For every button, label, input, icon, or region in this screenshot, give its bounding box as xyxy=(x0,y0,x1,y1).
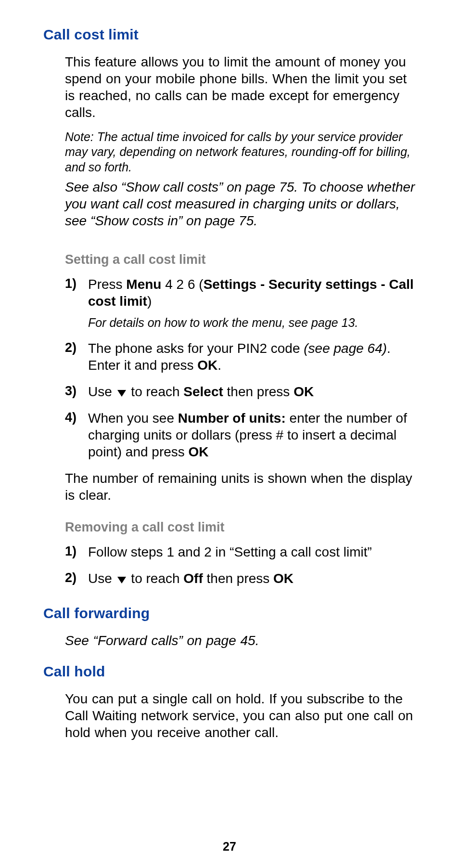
down-arrow-icon xyxy=(117,390,126,397)
down-arrow-icon xyxy=(117,577,126,583)
section-call-forwarding: Call forwarding See “Forward calls” on p… xyxy=(43,605,416,649)
step-text: . xyxy=(217,358,221,373)
bold-word: Menu xyxy=(126,277,161,292)
page-number: 27 xyxy=(0,840,459,854)
steps-list: 1) Follow steps 1 and 2 in “Setting a ca… xyxy=(65,544,416,587)
step-text: ) xyxy=(147,294,152,309)
step-text: Follow steps 1 and 2 in “Setting a call … xyxy=(88,544,372,559)
bold-word: Number of units: xyxy=(178,411,286,426)
step-text: 4 2 6 ( xyxy=(161,277,203,292)
bold-word: OK xyxy=(197,358,217,373)
see-also-paragraph: See also “Show call costs” on page 75. T… xyxy=(65,179,416,229)
step-text: then press xyxy=(203,571,273,586)
step-text: Use xyxy=(88,571,116,586)
section-heading: Call forwarding xyxy=(43,605,416,622)
step-text: Use xyxy=(88,384,116,399)
step-item: 4) When you see Number of units: enter t… xyxy=(65,410,416,460)
section-body: You can put a single call on hold. If yo… xyxy=(65,690,416,741)
subsection-heading: Removing a call cost limit xyxy=(65,520,416,535)
bold-word: Off xyxy=(183,571,203,586)
step-number: 2) xyxy=(65,570,76,586)
step-text: When you see xyxy=(88,411,178,426)
section-call-cost-limit: Call cost limit This feature allows you … xyxy=(43,26,416,587)
see-also-paragraph: See “Forward calls” on page 45. xyxy=(65,632,416,649)
subsection-heading: Setting a call cost limit xyxy=(65,252,416,267)
italic-ref: (see page 64) xyxy=(304,341,387,356)
bold-word: OK xyxy=(273,571,293,586)
step-item: 2) Use to reach Off then press OK xyxy=(65,570,416,587)
step-number: 2) xyxy=(65,340,76,356)
step-text: to reach xyxy=(128,571,184,586)
section-body: See “Forward calls” on page 45. xyxy=(65,632,416,649)
steps-list: 1) Press Menu 4 2 6 (Settings - Security… xyxy=(65,276,416,460)
step-text: to reach xyxy=(128,384,184,399)
step-number: 4) xyxy=(65,410,76,426)
step-item: 1) Press Menu 4 2 6 (Settings - Security… xyxy=(65,276,416,330)
step-text: The phone asks for your PIN2 code xyxy=(88,341,304,356)
step-number: 1) xyxy=(65,544,76,560)
note-paragraph: Note: The actual time invoiced for calls… xyxy=(65,130,416,175)
manual-page: Call cost limit This feature allows you … xyxy=(0,0,459,868)
step-number: 1) xyxy=(65,276,76,292)
step-number: 3) xyxy=(65,383,76,400)
section-body: This feature allows you to limit the amo… xyxy=(65,53,416,587)
step-text: Press xyxy=(88,277,126,292)
bold-word: Select xyxy=(183,384,223,399)
paragraph: You can put a single call on hold. If yo… xyxy=(65,690,416,741)
step-item: 2) The phone asks for your PIN2 code (se… xyxy=(65,340,416,374)
step-item: 3) Use to reach Select then press OK xyxy=(65,383,416,400)
step-subtext: For details on how to work the menu, see… xyxy=(88,315,416,330)
step-text: then press xyxy=(223,384,293,399)
bold-word: OK xyxy=(293,384,314,399)
section-heading: Call hold xyxy=(43,663,416,680)
paragraph: This feature allows you to limit the amo… xyxy=(65,53,416,121)
step-item: 1) Follow steps 1 and 2 in “Setting a ca… xyxy=(65,544,416,560)
section-heading: Call cost limit xyxy=(43,26,416,43)
bold-word: OK xyxy=(189,444,209,459)
section-call-hold: Call hold You can put a single call on h… xyxy=(43,663,416,741)
paragraph: The number of remaining units is shown w… xyxy=(65,470,416,504)
